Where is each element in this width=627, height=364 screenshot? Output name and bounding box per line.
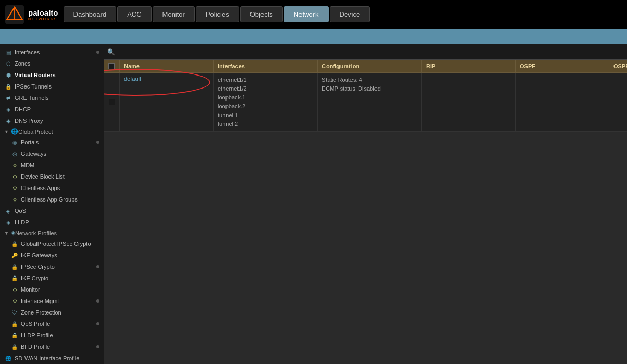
sidebar-label-sdwan: SD-WAN Interface Profile: [15, 355, 79, 361]
row-config-default: Static Routes: 4 ECMP status: Disabled: [318, 73, 422, 131]
sidebar: ▤ Interfaces ⬡ Zones ⬢ Virtual Routers 🔒…: [0, 44, 104, 364]
globalprotect-icon: 🌐: [11, 128, 18, 135]
th-interfaces: Interfaces: [214, 60, 318, 72]
clientless-apps-icon: ⚙: [10, 184, 19, 192]
sidebar-item-ike-crypto[interactable]: 🔒 IKE Crypto: [0, 272, 104, 284]
tab-device[interactable]: Device: [330, 6, 370, 22]
sidebar-item-gp-ipsec-crypto[interactable]: 🔒 GlobalProtect IPSec Crypto: [0, 238, 104, 249]
sidebar-item-gre-tunnels[interactable]: ⇌ GRE Tunnels: [0, 92, 104, 104]
interface-mgmt-icon: ⚙: [10, 297, 19, 305]
sidebar-item-dns-proxy[interactable]: ◉ DNS Proxy: [0, 115, 104, 127]
sidebar-item-device-block-list[interactable]: ⚙ Device Block List: [0, 171, 104, 182]
zones-icon: ⬡: [4, 59, 12, 68]
sidebar-label-bfd-profile: BFD Profile: [21, 344, 50, 350]
clientless-app-groups-icon: ⚙: [10, 195, 19, 204]
sidebar-item-qos[interactable]: ◈ QoS: [0, 205, 104, 217]
sidebar-item-zones[interactable]: ⬡ Zones: [0, 58, 104, 69]
row-ospf-default: [516, 73, 609, 131]
interface-mgmt-dot: [96, 299, 99, 303]
tab-objects[interactable]: Objects: [240, 6, 283, 22]
sidebar-label-qos-profile: QoS Profile: [21, 321, 50, 327]
ipsec-tunnels-icon: 🔒: [4, 82, 12, 91]
sidebar-label-network-profiles: Network Profiles: [15, 230, 57, 236]
sidebar-item-bfd-profile[interactable]: 🔒 BFD Profile: [0, 341, 104, 353]
ipsec-crypto-icon: 🔒: [10, 262, 19, 271]
header-checkbox[interactable]: [108, 63, 115, 69]
row-ospfv3-default: [609, 73, 627, 131]
interface-entry-1: ethernet1/1: [218, 76, 247, 84]
config-static-routes: Static Routes: 4: [322, 76, 362, 84]
sidebar-item-virtual-routers[interactable]: ⬢ Virtual Routers: [0, 69, 104, 81]
th-rip: RIP: [422, 60, 516, 72]
search-input[interactable]: [117, 49, 624, 55]
sidebar-item-dhcp[interactable]: ◈ DHCP: [0, 104, 104, 115]
interface-entry-2: ethernet1/2: [218, 84, 247, 93]
tab-dashboard[interactable]: Dashboard: [64, 6, 117, 22]
network-profiles-arrow: ▼: [4, 231, 9, 236]
nav-tabs: Dashboard ACC Monitor Policies Objects N…: [64, 6, 370, 22]
th-ospf: OSPF: [516, 60, 609, 72]
interfaces-icon: ▤: [4, 48, 12, 56]
sidebar-label-clientless-apps: Clientless Apps: [21, 185, 60, 191]
bfd-profile-icon: 🔒: [10, 343, 19, 351]
tab-network[interactable]: Network: [284, 6, 329, 22]
sidebar-dot: [96, 51, 99, 54]
sidebar-label-lldp: LLDP: [15, 219, 29, 225]
sidebar-label-gp-ipsec-crypto: GlobalProtect IPSec Crypto: [21, 241, 91, 247]
search-icon: 🔍: [107, 48, 115, 56]
tab-policies[interactable]: Policies: [196, 6, 239, 22]
qos-profile-dot: [96, 322, 99, 325]
sidebar-item-globalprotect[interactable]: ▼ 🌐 GlobalProtect: [0, 127, 104, 136]
dhcp-icon: ◈: [4, 105, 12, 114]
gre-tunnels-icon: ⇌: [4, 94, 12, 102]
sidebar-item-gateways[interactable]: ◎ Gateways: [0, 148, 104, 159]
tab-acc[interactable]: ACC: [117, 6, 151, 22]
tab-monitor[interactable]: Monitor: [153, 6, 195, 22]
sidebar-item-network-profiles[interactable]: ▼ ◈ Network Profiles: [0, 228, 104, 238]
sidebar-label-ike-gateways: IKE Gateways: [21, 252, 57, 258]
sidebar-item-clientless-app-groups[interactable]: ⚙ Clientless App Groups: [0, 194, 104, 205]
sidebar-item-ipsec-tunnels[interactable]: 🔒 IPSec Tunnels: [0, 81, 104, 92]
virtual-routers-icon: ⬢: [4, 71, 12, 79]
top-bar: paloalto NETWORKS Dashboard ACC Monitor …: [0, 0, 627, 29]
sidebar-label-lldp-profile: LLDP Profile: [21, 332, 53, 338]
sidebar-item-interfaces[interactable]: ▤ Interfaces: [0, 46, 104, 58]
qos-profile-icon: 🔒: [10, 320, 19, 328]
portals-dot: [96, 141, 99, 144]
sidebar-item-mdm[interactable]: ⚙ MDM: [0, 159, 104, 171]
zone-protection-icon: 🛡: [10, 308, 19, 317]
sidebar-label-gre-tunnels: GRE Tunnels: [15, 95, 48, 101]
sidebar-item-ipsec-crypto[interactable]: 🔒 IPSec Crypto: [0, 261, 104, 272]
sidebar-item-monitor[interactable]: ⚙ Monitor: [0, 284, 104, 295]
sidebar-item-interface-mgmt[interactable]: ⚙ Interface Mgmt: [0, 295, 104, 307]
row-rip-default: [422, 73, 516, 131]
palo-alto-logo-icon: [5, 5, 24, 24]
monitor-icon: ⚙: [10, 285, 19, 294]
sidebar-item-portals[interactable]: ◎ Portals: [0, 136, 104, 148]
config-ecmp-status: ECMP status: Disabled: [322, 84, 381, 93]
sidebar-item-lldp-profile[interactable]: 🔒 LLDP Profile: [0, 330, 104, 341]
interface-entry-4: loopback.2: [218, 102, 245, 111]
dns-proxy-icon: ◉: [4, 117, 12, 125]
sidebar-item-zone-protection[interactable]: 🛡 Zone Protection: [0, 307, 104, 318]
th-configuration: Configuration: [318, 60, 422, 72]
sidebar-label-ipsec-tunnels: IPSec Tunnels: [15, 83, 52, 90]
ipsec-crypto-dot: [96, 265, 99, 268]
sidebar-label-ike-crypto: IKE Crypto: [21, 275, 48, 281]
sidebar-item-sdwan-interface-profile[interactable]: 🌐 SD-WAN Interface Profile: [0, 353, 104, 364]
sidebar-label-dhcp: DHCP: [15, 106, 31, 112]
sidebar-label-zone-protection: Zone Protection: [21, 309, 61, 316]
sidebar-item-clientless-apps[interactable]: ⚙ Clientless Apps: [0, 182, 104, 194]
row-name-default[interactable]: default: [120, 73, 214, 131]
row-checkbox-cell: [104, 73, 120, 131]
row-checkbox[interactable]: [109, 99, 115, 105]
sidebar-item-lldp[interactable]: ◈ LLDP: [0, 217, 104, 228]
th-check: [104, 60, 120, 72]
sidebar-label-mdm: MDM: [21, 162, 34, 168]
sidebar-label-interface-mgmt: Interface Mgmt: [21, 298, 59, 304]
interface-entry-6: tunnel.2: [218, 120, 238, 129]
sidebar-label-portals: Portals: [21, 139, 39, 145]
lldp-profile-icon: 🔒: [10, 331, 19, 340]
sidebar-item-qos-profile[interactable]: 🔒 QoS Profile: [0, 318, 104, 330]
sidebar-item-ike-gateways[interactable]: 🔑 IKE Gateways: [0, 249, 104, 261]
